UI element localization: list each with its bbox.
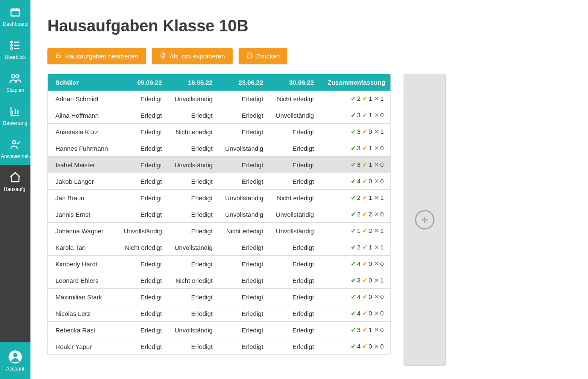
status-cell[interactable]: Erledigt <box>116 107 167 124</box>
status-cell[interactable]: Erledigt <box>167 305 218 322</box>
status-cell[interactable]: Erledigt <box>218 107 269 124</box>
sidebar-item-overview[interactable]: Überblick <box>0 33 30 66</box>
status-cell[interactable]: Erledigt <box>116 322 167 338</box>
status-cell[interactable]: Erledigt <box>268 173 319 190</box>
status-cell[interactable]: Erledigt <box>167 289 218 305</box>
status-cell[interactable]: Erledigt <box>116 338 167 355</box>
summary-cell: ✔3✔0✕1 <box>319 124 390 140</box>
status-cell[interactable]: Erledigt <box>218 272 269 289</box>
col-summary[interactable]: Zusammenfassung <box>319 74 390 91</box>
status-cell[interactable]: Erledigt <box>167 173 218 190</box>
status-cell[interactable]: Unvollständig <box>167 239 218 256</box>
table-row[interactable]: Hannes FuhrmannErledigtErledigtUnvollstä… <box>48 140 390 157</box>
table-row[interactable]: Karola TanNicht erledigtUnvollständigErl… <box>48 239 390 256</box>
status-cell[interactable]: Erledigt <box>218 256 269 272</box>
table-row[interactable]: Alina HoffmannErledigtErledigtErledigtUn… <box>48 107 390 124</box>
table-row[interactable]: Jakob LangerErledigtErledigtErledigtErle… <box>48 173 390 190</box>
table-row[interactable]: Leonard EhlersErledigtNicht erledigtErle… <box>48 272 390 289</box>
table-row[interactable]: Roukir YapurErledigtErledigtErledigtErle… <box>48 338 390 355</box>
status-cell[interactable]: Erledigt <box>116 173 167 190</box>
status-cell[interactable]: Erledigt <box>116 256 167 272</box>
status-cell[interactable]: Erledigt <box>218 157 269 173</box>
status-cell[interactable]: Unvollständig <box>167 322 218 338</box>
status-cell[interactable]: Erledigt <box>167 223 218 239</box>
table-row[interactable]: Jan BraunErledigtErledigtUnvollständigNi… <box>48 190 390 206</box>
status-cell[interactable]: Nicht erledigt <box>218 223 269 239</box>
status-cell[interactable]: Unvollständig <box>218 190 269 206</box>
status-cell[interactable]: Erledigt <box>218 124 269 140</box>
table-row[interactable]: Isabel MeisterErledigtUnvollständigErled… <box>48 157 390 173</box>
add-column-panel[interactable] <box>404 74 446 366</box>
status-cell[interactable]: Unvollständig <box>167 157 218 173</box>
table-row[interactable]: Anastasia KurzErledigtNicht erledigtErle… <box>48 124 390 140</box>
export-csv-button[interactable]: Als .csv exportieren <box>152 48 233 64</box>
col-date[interactable]: 30.06.22 <box>268 74 319 91</box>
status-cell[interactable]: Unvollständig <box>218 140 269 157</box>
sidebar-item-attendance[interactable]: Anwesenheit <box>0 132 30 165</box>
status-cell[interactable]: Erledigt <box>218 91 269 107</box>
status-cell[interactable]: Nicht erledigt <box>268 190 319 206</box>
status-cell[interactable]: Nicht erledigt <box>167 272 218 289</box>
sidebar-item-grades[interactable]: Bewertung <box>0 99 30 132</box>
print-button[interactable]: Drucken <box>239 48 288 64</box>
status-cell[interactable]: Erledigt <box>116 190 167 206</box>
status-cell[interactable]: Erledigt <box>116 140 167 157</box>
status-cell[interactable]: Erledigt <box>218 289 269 305</box>
status-cell[interactable]: Erledigt <box>268 322 319 338</box>
sidebar-item-account[interactable]: Account <box>0 342 30 379</box>
col-student[interactable]: Schüler <box>48 74 116 91</box>
sidebar-item-dashboard[interactable]: Dashboard <box>0 0 30 33</box>
status-cell[interactable]: Nicht erledigt <box>268 91 319 107</box>
status-cell[interactable]: Erledigt <box>268 338 319 355</box>
status-cell[interactable]: Erledigt <box>167 256 218 272</box>
status-cell[interactable]: Erledigt <box>268 239 319 256</box>
table-row[interactable]: Jannis ErnstErledigtErledigtUnvollständi… <box>48 206 390 223</box>
edit-homework-button[interactable]: Hausaufgaben bearbeiten <box>47 48 146 64</box>
status-cell[interactable]: Erledigt <box>167 338 218 355</box>
sidebar-item-homework[interactable]: Hausaufg. <box>0 165 30 198</box>
status-cell[interactable]: Erledigt <box>116 124 167 140</box>
table-row[interactable]: Johanna WagnerUnvollständigErledigtNicht… <box>48 223 390 239</box>
status-cell[interactable]: Unvollständig <box>268 107 319 124</box>
status-cell[interactable]: Erledigt <box>268 140 319 157</box>
status-cell[interactable]: Unvollständig <box>116 223 167 239</box>
table-row[interactable]: Nicolas LerzErledigtErledigtErledigtErle… <box>48 305 390 322</box>
table-row[interactable]: Maximilian StarkErledigtErledigtErledigt… <box>48 289 390 305</box>
status-cell[interactable]: Erledigt <box>218 173 269 190</box>
status-cell[interactable]: Erledigt <box>116 206 167 223</box>
status-cell[interactable]: Erledigt <box>116 157 167 173</box>
table-row[interactable]: Rebecka RastErledigtUnvollständigErledig… <box>48 322 390 338</box>
status-cell[interactable]: Unvollständig <box>268 223 319 239</box>
status-cell[interactable]: Nicht erledigt <box>116 239 167 256</box>
table-row[interactable]: Kimberly HardtErledigtErledigtErledigtEr… <box>48 256 390 272</box>
status-cell[interactable]: Erledigt <box>268 289 319 305</box>
status-cell[interactable]: Erledigt <box>218 305 269 322</box>
status-cell[interactable]: Erledigt <box>167 190 218 206</box>
status-cell[interactable]: Erledigt <box>116 289 167 305</box>
status-cell[interactable]: Erledigt <box>116 272 167 289</box>
sidebar-label: Bewertung <box>3 121 27 126</box>
table-row[interactable]: Adrian SchmidtErledigtUnvollständigErled… <box>48 91 390 107</box>
status-cell[interactable]: Erledigt <box>167 107 218 124</box>
status-cell[interactable]: Erledigt <box>116 91 167 107</box>
status-cell[interactable]: Erledigt <box>268 157 319 173</box>
col-date[interactable]: 16.06.22 <box>167 74 218 91</box>
sidebar-item-seating[interactable]: Sitzplan <box>0 66 30 99</box>
status-cell[interactable]: Erledigt <box>167 206 218 223</box>
status-cell[interactable]: Erledigt <box>116 305 167 322</box>
col-date[interactable]: 09.06.22 <box>116 74 167 91</box>
status-cell[interactable]: Unvollständig <box>218 206 269 223</box>
status-cell[interactable]: Erledigt <box>268 124 319 140</box>
status-cell[interactable]: Erledigt <box>268 272 319 289</box>
status-cell[interactable]: Erledigt <box>218 338 269 355</box>
status-cell[interactable]: Nicht erledigt <box>167 124 218 140</box>
status-cell[interactable]: Unvollständig <box>268 206 319 223</box>
status-cell[interactable]: Erledigt <box>167 140 218 157</box>
status-cell[interactable]: Erledigt <box>268 305 319 322</box>
status-cell[interactable]: Erledigt <box>268 256 319 272</box>
status-cell[interactable]: Unvollständig <box>167 91 218 107</box>
status-cell[interactable]: Erledigt <box>218 322 269 338</box>
col-date[interactable]: 23.06.22 <box>218 74 269 91</box>
status-cell[interactable]: Erledigt <box>218 239 269 256</box>
svg-point-7 <box>13 353 17 357</box>
